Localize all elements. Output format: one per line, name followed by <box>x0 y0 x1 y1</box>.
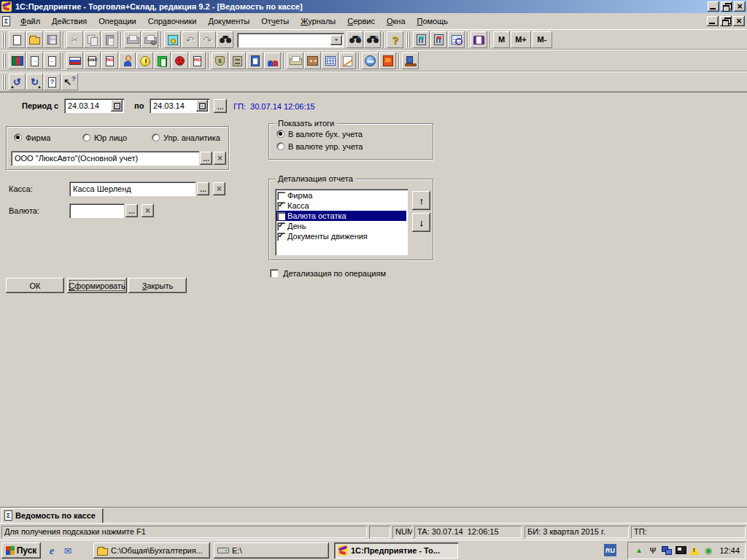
save-button[interactable] <box>44 31 61 48</box>
eject-icon[interactable]: ▲ <box>633 545 644 556</box>
gpu-icon[interactable]: ◉ <box>703 545 713 556</box>
language-button[interactable] <box>66 52 83 69</box>
memory-subtract-button[interactable]: M- <box>532 31 552 48</box>
jur-radio[interactable] <box>82 133 90 141</box>
help-contents-button[interactable] <box>44 74 61 90</box>
firm-select-button[interactable]: ... <box>200 152 212 165</box>
period-select-button[interactable]: ... <box>214 99 227 113</box>
period-from-calendar-button[interactable] <box>111 100 123 112</box>
internet-button[interactable] <box>362 52 379 69</box>
currency-clear-button[interactable]: × <box>142 204 154 217</box>
toolbar-grip[interactable] <box>1 75 7 90</box>
toolbar-grip[interactable] <box>406 33 411 47</box>
description-button[interactable] <box>471 31 487 48</box>
memory-add-button[interactable]: M+ <box>511 31 531 48</box>
find-button[interactable] <box>217 31 233 48</box>
guidebooks-button[interactable] <box>9 52 26 69</box>
tab-vedomost-po-kasse[interactable]: Ведомость по кассе <box>1 508 103 523</box>
restore-button[interactable] <box>721 1 732 12</box>
ta-rollforward-button[interactable]: ↻ <box>26 74 43 90</box>
period-to-calendar-button[interactable] <box>196 100 208 112</box>
mdi-close-button[interactable] <box>733 16 745 26</box>
ok-button[interactable]: ОК <box>6 278 64 293</box>
toolbar-grip[interactable] <box>1 33 7 47</box>
cash-out-order-button[interactable]: РКО <box>189 52 206 69</box>
accounting-currency-radio[interactable] <box>276 130 285 138</box>
card-file-button[interactable] <box>229 52 246 69</box>
list-item-movement-docs[interactable]: Документы движения <box>276 231 406 241</box>
task-1c-active[interactable]: 1С:Предприятие - То... <box>334 542 458 559</box>
chart-report-button[interactable] <box>339 52 356 69</box>
currency-field[interactable] <box>69 203 124 218</box>
task-explorer[interactable]: C:\Общая\Бухгалтерия... <box>93 542 210 559</box>
mdi-minimize-button[interactable] <box>707 16 719 26</box>
cash-in-order-button[interactable]: ПКО <box>101 52 118 69</box>
copy-button[interactable] <box>84 31 101 48</box>
menu-file[interactable]: Файл <box>15 15 46 28</box>
kassa-field[interactable]: Касса Шерленд <box>69 182 196 196</box>
close-button[interactable] <box>734 1 746 12</box>
report-document-icon[interactable] <box>2 16 10 26</box>
money-bag-button[interactable] <box>212 52 228 69</box>
menu-journals[interactable]: Журналы <box>295 15 341 28</box>
analytics-radio[interactable] <box>152 133 160 141</box>
toolbar-grip[interactable] <box>1 54 7 69</box>
start-button[interactable]: Пуск <box>1 542 41 559</box>
kassa-checkbox[interactable] <box>277 202 285 210</box>
clipboard-report-button[interactable] <box>247 52 263 69</box>
invoice-button[interactable]: НАКЛ <box>84 52 101 69</box>
dropdown-arrow-icon[interactable]: ▼ <box>330 35 342 45</box>
period-from-field[interactable]: 24.03.14 <box>64 98 124 113</box>
menu-actions[interactable]: Действия <box>46 15 93 28</box>
find-next-button[interactable]: ↷ <box>347 31 363 48</box>
menu-references[interactable]: Справочники <box>142 15 203 28</box>
management-currency-radio[interactable] <box>276 142 285 150</box>
menu-service[interactable]: Сервис <box>341 15 381 28</box>
display-icon[interactable] <box>675 545 686 556</box>
ta-rollback-button[interactable]: ↺ <box>9 74 26 90</box>
transmitter-icon[interactable]: Ψ <box>647 545 658 556</box>
operations-detail-checkbox[interactable] <box>270 269 278 277</box>
list-item-kassa[interactable]: Касса <box>276 201 406 211</box>
contacts-button[interactable] <box>304 52 321 69</box>
debug-button[interactable] <box>171 52 188 69</box>
day-checkbox[interactable] <box>277 222 285 230</box>
language-indicator[interactable]: RU <box>604 544 616 556</box>
menu-windows[interactable]: Окна <box>381 15 411 28</box>
printer-button[interactable] <box>287 52 303 69</box>
move-up-button[interactable]: ↑ <box>412 191 430 210</box>
menu-reports[interactable]: Отчеты <box>255 15 295 28</box>
print-preview-button[interactable] <box>142 31 158 48</box>
generate-button[interactable]: Сформировать <box>67 278 127 293</box>
network-icon[interactable] <box>661 545 672 556</box>
kassa-clear-button[interactable]: × <box>213 182 225 195</box>
app-icon[interactable] <box>1 1 12 12</box>
employee-button[interactable] <box>119 52 136 69</box>
ie-quicklaunch-button[interactable]: e <box>45 544 58 557</box>
detail-listbox[interactable]: Фирма Касса Валюта остатка День Документ… <box>275 189 408 255</box>
find-previous-button[interactable]: ↶ <box>364 31 381 48</box>
shift-clock-button[interactable] <box>136 52 153 69</box>
move-down-button[interactable]: ↓ <box>412 213 430 232</box>
memory-button[interactable]: M <box>493 31 510 48</box>
cash-register-button[interactable] <box>154 52 171 69</box>
close-form-button[interactable]: Закрыть <box>128 278 187 293</box>
workplace-button[interactable] <box>402 52 419 69</box>
menu-documents[interactable]: Документы <box>202 15 255 28</box>
partners-button[interactable] <box>264 52 281 69</box>
firm-radio[interactable] <box>14 133 22 141</box>
exclusive-mode-button[interactable] <box>164 31 181 48</box>
cut-button[interactable]: ✂ <box>66 31 83 48</box>
print-button[interactable] <box>124 31 141 48</box>
warning-icon[interactable] <box>689 545 700 556</box>
new-button[interactable] <box>9 31 26 48</box>
mdi-restore-button[interactable] <box>720 16 732 26</box>
help-button[interactable]: ? <box>387 31 403 48</box>
calculator-button[interactable] <box>413 31 430 48</box>
price-table-button[interactable] <box>322 52 338 69</box>
outlook-quicklaunch-button[interactable]: ✉ <box>61 544 74 557</box>
firm-checkbox[interactable] <box>277 192 285 200</box>
list-item-day[interactable]: День <box>276 221 406 231</box>
undo-button[interactable]: ↶ <box>182 31 198 48</box>
formula-calculator-button[interactable] <box>430 31 447 48</box>
